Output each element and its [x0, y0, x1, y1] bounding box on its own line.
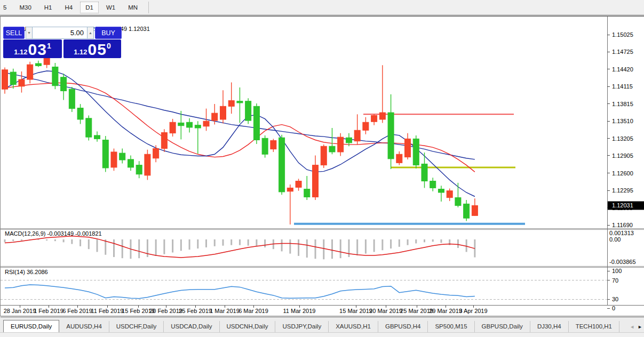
candle-body-up — [170, 122, 176, 133]
date-tick-label: 3 Apr 2019 — [459, 308, 487, 314]
timeframe-button-d1[interactable]: D1 — [80, 2, 99, 13]
candle-body-up — [271, 141, 276, 149]
tab-usdcnh-daily[interactable]: USDCNH,Daily — [220, 321, 276, 332]
tab-usdcad-daily[interactable]: USDCAD,Daily — [164, 321, 219, 332]
candle-body-up — [379, 113, 385, 119]
timeframe-button-h1[interactable]: H1 — [39, 2, 58, 13]
candle-body-down — [253, 106, 259, 140]
candle-body-down — [102, 140, 108, 168]
tab-audusd-h4[interactable]: AUDUSD,H4 — [59, 321, 109, 332]
candle-body-down — [430, 181, 436, 188]
price-tick-label: 1.13205 — [612, 135, 633, 142]
tab-usdchf-daily[interactable]: USDCHF,Daily — [109, 321, 164, 332]
candle-body-up — [153, 149, 159, 158]
candle-body-down — [178, 123, 184, 125]
tab-gbpusd-daily[interactable]: GBPUSD,Daily — [475, 321, 530, 332]
price-tick-label: 1.12600 — [612, 170, 633, 176]
candle-body-up — [405, 139, 411, 157]
candle-body-down — [304, 189, 310, 197]
price-tick-label: 1.13510 — [612, 118, 633, 124]
timeframe-button-mn[interactable]: MN — [123, 2, 143, 13]
buy-price-pip: 0 — [107, 42, 111, 50]
date-tick-label: 28 Jan 2019 — [4, 308, 36, 314]
date-tick-label: 11 Feb 2019 — [91, 308, 124, 314]
candle-body-down — [413, 139, 419, 165]
tab-usdjpy-daily[interactable]: USDJPY,Daily — [275, 321, 329, 332]
macd-indicator-label: MACD(12,26,9) -0.003149 -0.001821 — [5, 230, 102, 237]
rsi-line — [5, 285, 475, 299]
tab-dj30-h4[interactable]: DJ30,H4 — [530, 321, 569, 332]
sell-price-quote[interactable]: 1.12 03 1 — [3, 39, 62, 58]
timeframe-button-w1[interactable]: W1 — [101, 2, 121, 13]
candle-body-down — [245, 101, 251, 121]
timeframe-toolbar: 5 M30 H1 H4 D1 W1 MN — [0, 0, 644, 15]
candle-body-down — [35, 63, 41, 66]
rsi-scale-label: 0 — [612, 305, 615, 311]
status-bar — [0, 332, 644, 337]
candle-body-down — [52, 67, 58, 85]
date-tick-label: 20 Mar 2019 — [369, 308, 402, 314]
timeframe-button-h4[interactable]: H4 — [59, 2, 78, 13]
buy-price-quote[interactable]: 1.12 05 0 — [63, 39, 121, 58]
candle-body-down — [464, 204, 470, 218]
sell-price-big: 03 — [28, 42, 47, 58]
volume-increase-button[interactable]: ▲ — [87, 27, 94, 39]
candle-body-up — [2, 70, 8, 89]
tab-tech100-h1[interactable]: TECH100,H1 — [569, 321, 619, 332]
rsi-current-value: 36.2086 — [27, 269, 48, 275]
current-price-label: 1.12031 — [612, 202, 633, 208]
date-tick-label: 1 Mar 2019 — [210, 308, 240, 314]
price-tick-label: 1.13815 — [612, 101, 633, 107]
chart-tab-bar: EURUSD,DailyAUDUSD,H4USDCHF,DailyUSDCAD,… — [0, 318, 644, 332]
buy-button[interactable]: BUY — [95, 27, 122, 39]
candle-body-down — [187, 122, 193, 127]
date-tick-label: 6 Feb 2019 — [62, 308, 92, 314]
candle-body-up — [338, 137, 344, 152]
timeframe-button-m30[interactable]: M30 — [14, 2, 36, 13]
sell-price-pip: 1 — [47, 42, 51, 50]
macd-scale-min: -0.003865 — [609, 259, 636, 265]
candle-body-up — [220, 106, 226, 119]
chevron-up-icon: ▲ — [89, 31, 92, 35]
date-tick-label: 25 Feb 2019 — [179, 308, 212, 314]
candle-body-down — [438, 189, 444, 192]
candle-body-down — [128, 159, 133, 167]
price-tick-label: 1.12905 — [612, 153, 633, 159]
date-tick-label: 29 Mar 2019 — [429, 308, 462, 314]
candle-body-up — [145, 154, 150, 175]
candle-body-up — [27, 65, 33, 79]
candle-body-down — [10, 72, 16, 85]
candle-body-up — [354, 130, 360, 141]
volume-input[interactable] — [33, 27, 87, 39]
tab-gbpusd-h4[interactable]: GBPUSD,H4 — [378, 321, 428, 332]
candle-body-up — [161, 133, 167, 149]
timeframe-button-m5[interactable]: 5 — [0, 2, 12, 13]
macd-scale-max: 0.001313 — [609, 230, 634, 236]
price-tick-label: 1.11690 — [612, 222, 633, 228]
candle-body-up — [396, 154, 402, 163]
sell-price-prefix: 1.12 — [14, 48, 27, 56]
rsi-scale-label: 100 — [612, 268, 622, 274]
tab-sp500-m15[interactable]: SP500,M15 — [428, 321, 474, 332]
candle-body-down — [346, 138, 352, 143]
price-tick-label: 1.14420 — [612, 66, 633, 73]
candle-body-up — [472, 205, 478, 215]
sell-button[interactable]: SELL — [3, 27, 25, 39]
rsi-scale-label: 30 — [612, 296, 618, 302]
candle-body-down — [136, 165, 142, 174]
one-click-trade-panel: SELL ▼ ▲ BUY 1.12 03 1 1.12 05 0 — [3, 27, 122, 58]
macd-scale-zero: 0.00 — [609, 236, 621, 243]
tab-eurusd-daily[interactable]: EURUSD,Daily — [3, 320, 59, 332]
tab-xauusd-h1[interactable]: XAUUSD,H1 — [329, 321, 378, 332]
candle-body-up — [19, 79, 25, 86]
candle-body-down — [329, 146, 335, 152]
volume-decrease-button[interactable]: ▼ — [26, 27, 33, 39]
price-chart[interactable]: 1.150251.147251.144201.141151.138151.135… — [1, 17, 644, 317]
tab-scroll-left-icon[interactable]: ◄ — [630, 324, 634, 330]
tab-scroll-right-icon[interactable]: ► — [638, 324, 642, 330]
tab-scroll-arrows: ◄ ► — [626, 324, 642, 330]
candle-body-down — [61, 77, 67, 91]
candle-body-down — [237, 101, 243, 103]
candle-body-down — [86, 118, 92, 137]
candle-body-up — [203, 121, 209, 126]
